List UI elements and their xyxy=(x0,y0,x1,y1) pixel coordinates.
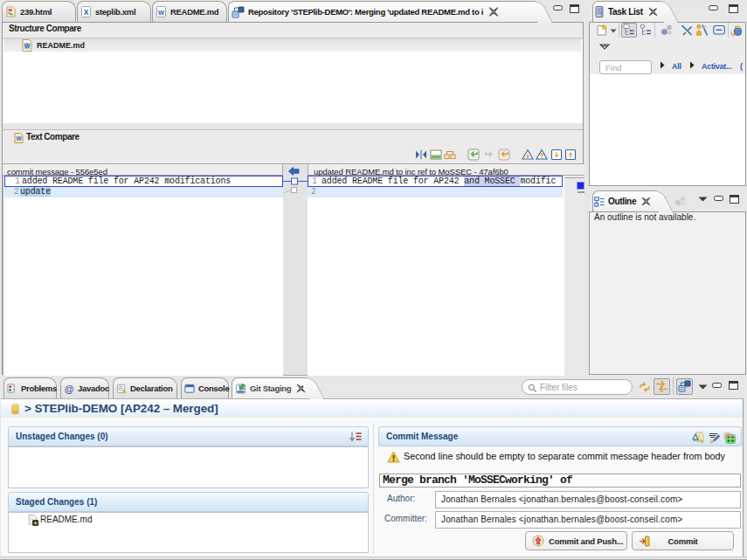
svg-text:W: W xyxy=(24,43,31,49)
svg-text:W: W xyxy=(16,135,22,142)
svg-text:@: @ xyxy=(65,384,74,394)
svg-text:X: X xyxy=(84,8,89,17)
